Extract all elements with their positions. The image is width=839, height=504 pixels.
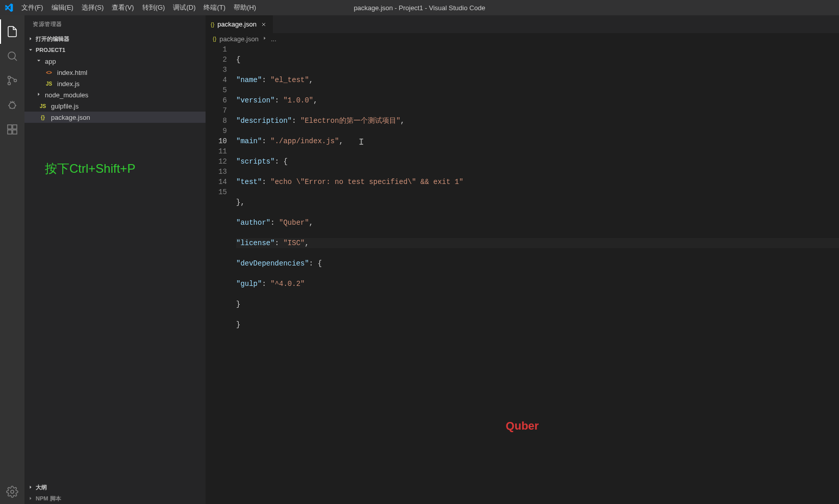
menubar: 文件(F) 编辑(E) 选择(S) 查看(V) 转到(G) 调试(D) 终端(T… — [17, 0, 260, 15]
tree-file-index-js[interactable]: JS index.js — [24, 78, 206, 89]
section-outline[interactable]: 大纲 — [24, 482, 206, 493]
editor-area: {} package.json {} package.json ... 1 2 … — [206, 15, 839, 504]
breadcrumb-file: package.json — [219, 35, 259, 43]
tree-label: node_modules — [45, 91, 88, 99]
svg-point-3 — [14, 79, 17, 82]
chevron-right-icon — [36, 91, 43, 99]
js-file-icon: JS — [45, 79, 53, 88]
close-icon[interactable] — [260, 20, 268, 29]
menu-terminal[interactable]: 终端(T) — [199, 0, 230, 15]
tab-label: package.json — [217, 20, 257, 28]
line-number: 15 — [206, 187, 227, 197]
json-file-icon: {} — [39, 113, 47, 121]
sidebar: 资源管理器 打开的编辑器 PROJECT1 app <> index.html … — [24, 15, 206, 504]
menu-help[interactable]: 帮助(H) — [230, 0, 260, 15]
js-file-icon: JS — [39, 102, 47, 110]
line-number: 6 — [206, 95, 227, 105]
tree-label: index.js — [57, 80, 80, 88]
sidebar-title: 资源管理器 — [24, 15, 206, 33]
svg-point-2 — [8, 83, 11, 85]
tree-file-gulpfile[interactable]: JS gulpfile.js — [24, 100, 206, 112]
line-number: 3 — [206, 65, 227, 75]
activity-explorer-icon[interactable] — [0, 19, 24, 44]
svg-rect-8 — [13, 125, 17, 129]
tree-file-index-html[interactable]: <> index.html — [24, 67, 206, 78]
line-number: 8 — [206, 116, 227, 126]
menu-selection[interactable]: 选择(S) — [78, 0, 108, 15]
line-number: 11 — [206, 146, 227, 156]
chevron-right-icon — [262, 35, 268, 43]
tabs: {} package.json — [206, 15, 839, 33]
breadcrumb[interactable]: {} package.json ... — [206, 33, 839, 44]
section-npm-scripts[interactable]: NPM 脚本 — [24, 493, 206, 504]
activity-search-icon[interactable] — [0, 44, 24, 68]
svg-rect-6 — [8, 130, 12, 134]
activitybar — [0, 15, 24, 504]
menu-go[interactable]: 转到(G) — [138, 0, 169, 15]
html-file-icon: <> — [45, 68, 53, 76]
tree-label: app — [45, 58, 56, 65]
menu-view[interactable]: 查看(V) — [108, 0, 138, 15]
line-number: 1 — [206, 44, 227, 55]
tree-label: index.html — [57, 69, 87, 76]
tree-folder-node-modules[interactable]: node_modules — [24, 89, 206, 100]
activity-debug-icon[interactable] — [0, 93, 24, 117]
section-npm-scripts-label: NPM 脚本 — [36, 495, 61, 502]
line-number: 10 — [206, 136, 227, 146]
breadcrumb-more: ... — [271, 35, 276, 43]
chevron-down-icon — [36, 58, 43, 65]
section-project-label: PROJECT1 — [36, 47, 65, 53]
activity-extensions-icon[interactable] — [0, 117, 24, 142]
line-number: 7 — [206, 105, 227, 116]
svg-point-1 — [8, 76, 11, 79]
line-number: 4 — [206, 75, 227, 85]
chevron-right-icon — [27, 483, 35, 491]
menu-debug[interactable]: 调试(D) — [169, 0, 199, 15]
tab-package-json[interactable]: {} package.json — [206, 15, 273, 33]
line-number: 5 — [206, 85, 227, 95]
line-number: 2 — [206, 55, 227, 65]
activity-scm-icon[interactable] — [0, 68, 24, 93]
section-open-editors-label: 打开的编辑器 — [36, 35, 69, 43]
line-number: 13 — [206, 167, 227, 177]
line-number: 14 — [206, 177, 227, 187]
section-outline-label: 大纲 — [36, 484, 47, 491]
svg-point-0 — [8, 52, 15, 59]
editor-body[interactable]: 1 2 3 4 5 6 7 8 9 10 11 12 13 14 15 { "n… — [206, 44, 839, 504]
line-numbers-gutter: 1 2 3 4 5 6 7 8 9 10 11 12 13 14 15 — [206, 44, 236, 504]
svg-point-9 — [11, 490, 14, 493]
section-open-editors[interactable]: 打开的编辑器 — [24, 33, 206, 44]
line-number: 9 — [206, 126, 227, 136]
svg-rect-5 — [8, 125, 12, 129]
vscode-logo-icon — [4, 3, 13, 12]
tree-file-package-json[interactable]: {} package.json — [24, 112, 206, 123]
menu-edit[interactable]: 编辑(E) — [47, 0, 78, 15]
chevron-right-icon — [27, 35, 35, 43]
tree-folder-app[interactable]: app — [24, 56, 206, 67]
overlay-hint: 按下Ctrl+Shift+P — [45, 161, 135, 177]
titlebar: 文件(F) 编辑(E) 选择(S) 查看(V) 转到(G) 调试(D) 终端(T… — [0, 0, 839, 15]
tree-label: package.json — [51, 114, 90, 121]
menu-file[interactable]: 文件(F) — [17, 0, 47, 15]
line-number: 12 — [206, 156, 227, 167]
chevron-right-icon — [27, 494, 35, 502]
tree-label: gulpfile.js — [51, 102, 79, 110]
activity-settings-icon[interactable] — [0, 480, 24, 504]
json-file-icon: {} — [211, 21, 214, 28]
svg-rect-7 — [13, 130, 17, 134]
code-content[interactable]: { "name": "el_test", "version": "1.0.0",… — [236, 44, 839, 504]
editor-scrollbar[interactable] — [832, 44, 839, 504]
json-file-icon: {} — [213, 36, 216, 42]
chevron-down-icon — [27, 46, 35, 54]
section-project[interactable]: PROJECT1 — [24, 44, 206, 56]
